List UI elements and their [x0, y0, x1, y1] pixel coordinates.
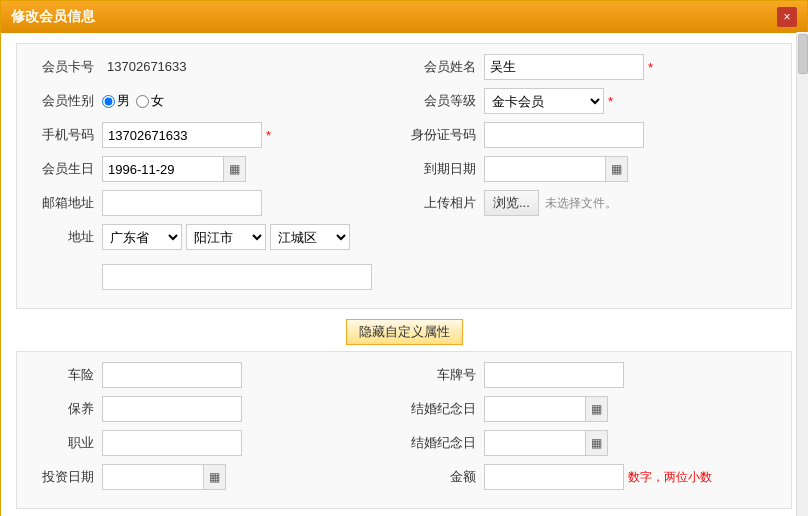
browse-button[interactable]: 浏览...: [484, 190, 539, 216]
city-select[interactable]: 阳江市 广州市 深圳市: [186, 224, 266, 250]
car-insurance-label: 车险: [22, 366, 102, 384]
amount-input[interactable]: [484, 464, 624, 490]
gender-male-radio[interactable]: [102, 95, 115, 108]
title-bar: 修改会员信息 ×: [1, 1, 807, 33]
birthday-label: 会员生日: [22, 160, 102, 178]
gender-male-label: 男: [117, 92, 130, 110]
wedding-date-wrap-2: ▦: [484, 430, 608, 456]
address-detail-input[interactable]: [102, 264, 372, 290]
wedding-anniversary-input[interactable]: [485, 397, 585, 421]
custom-section: 车险 车牌号 保养 结婚纪念日: [16, 351, 792, 509]
idcard-label: 身份证号码: [404, 126, 484, 144]
row-gender-level: 会员性别 男 女 会员等级: [22, 88, 786, 114]
member-name-input[interactable]: [484, 54, 644, 80]
plate-label: 车牌号: [404, 366, 484, 384]
custom-cell-plate: 车牌号: [404, 362, 786, 388]
member-level-select[interactable]: 普通会员 银卡会员 金卡会员 钻石会员: [484, 88, 604, 114]
district-select[interactable]: 江城区 阳东区 阳西县: [270, 224, 350, 250]
cell-name: 会员姓名 *: [404, 54, 786, 80]
cell-idcard: 身份证号码: [404, 122, 786, 148]
wedding-date-wrap-1: ▦: [484, 396, 608, 422]
birthday-input[interactable]: [103, 157, 223, 181]
investment-date-label: 投资日期: [22, 468, 102, 486]
gender-male-option[interactable]: 男: [102, 92, 130, 110]
expire-label: 到期日期: [404, 160, 484, 178]
custom-cell-occupation: 职业: [22, 430, 404, 456]
phone-required-star: *: [266, 128, 271, 143]
row-address: 地址 广东省 北京市 上海市 阳江市 广州市 深圳市: [22, 224, 786, 250]
cell-level: 会员等级 普通会员 银卡会员 金卡会员 钻石会员 *: [404, 88, 786, 114]
custom-cell-investment: 投资日期 ▦: [22, 464, 404, 490]
upload-label: 上传相片: [404, 194, 484, 212]
dialog-content: 会员卡号 13702671633 会员姓名 * 会员性别: [1, 33, 807, 516]
row-card-name: 会员卡号 13702671633 会员姓名 *: [22, 54, 786, 80]
gender-label: 会员性别: [22, 92, 102, 110]
birthday-calendar-icon[interactable]: ▦: [223, 157, 245, 181]
custom-cell-wedding2: 结婚纪念日 ▦: [404, 430, 786, 456]
row-phone-idcard: 手机号码 * 身份证号码: [22, 122, 786, 148]
member-card-value: 13702671633: [102, 54, 192, 80]
gender-female-option[interactable]: 女: [136, 92, 164, 110]
cell-birthday: 会员生日 ▦: [22, 156, 404, 182]
email-input[interactable]: [102, 190, 262, 216]
no-file-text: 未选择文件。: [545, 195, 617, 212]
member-name-label: 会员姓名: [404, 58, 484, 76]
level-required-star: *: [608, 94, 613, 109]
hide-btn-wrap: 隐藏自定义属性: [16, 319, 792, 345]
amount-label: 金额: [404, 468, 484, 486]
investment-date-input[interactable]: [103, 465, 203, 489]
cell-gender: 会员性别 男 女: [22, 92, 404, 110]
gender-radio-group: 男 女: [102, 92, 164, 110]
phone-input[interactable]: [102, 122, 262, 148]
address-label: 地址: [22, 228, 102, 246]
maintenance-label: 保养: [22, 400, 102, 418]
occupation-label: 职业: [22, 434, 102, 452]
dialog-title: 修改会员信息: [11, 8, 95, 26]
wedding-anniversary2-input[interactable]: [485, 431, 585, 455]
province-select[interactable]: 广东省 北京市 上海市: [102, 224, 182, 250]
expire-date-wrap: ▦: [484, 156, 628, 182]
maintenance-input[interactable]: [102, 396, 242, 422]
expire-calendar-icon[interactable]: ▦: [605, 157, 627, 181]
custom-cell-amount: 金额 数字，两位小数: [404, 464, 786, 490]
cell-expire: 到期日期 ▦: [404, 156, 786, 182]
main-form-section: 会员卡号 13702671633 会员姓名 * 会员性别: [16, 43, 792, 309]
custom-row-1: 车险 车牌号: [22, 362, 786, 388]
wedding-calendar-icon-2[interactable]: ▦: [585, 431, 607, 455]
plate-input[interactable]: [484, 362, 624, 388]
cell-photo: 上传相片 浏览... 未选择文件。: [404, 190, 786, 216]
address-dropdowns: 广东省 北京市 上海市 阳江市 广州市 深圳市 江城区: [102, 224, 350, 250]
row-email-photo: 邮箱地址 上传相片 浏览... 未选择文件。: [22, 190, 786, 216]
hide-custom-button[interactable]: 隐藏自定义属性: [346, 319, 463, 345]
scroll-thumb[interactable]: [798, 34, 808, 74]
row-birthday-expire: 会员生日 ▦ 到期日期 ▦: [22, 156, 786, 182]
expire-input[interactable]: [485, 157, 605, 181]
email-label: 邮箱地址: [22, 194, 102, 212]
custom-row-3: 职业 结婚纪念日 ▦: [22, 430, 786, 456]
wedding-anniversary-label: 结婚纪念日: [404, 400, 484, 418]
gender-female-label: 女: [151, 92, 164, 110]
member-card-label: 会员卡号: [22, 58, 102, 76]
wedding-calendar-icon-1[interactable]: ▦: [585, 397, 607, 421]
birthday-date-wrap: ▦: [102, 156, 246, 182]
custom-cell-car-insurance: 车险: [22, 362, 404, 388]
member-level-label: 会员等级: [404, 92, 484, 110]
occupation-input[interactable]: [102, 430, 242, 456]
cell-phone: 手机号码 *: [22, 122, 404, 148]
close-button[interactable]: ×: [777, 7, 797, 27]
amount-hint: 数字，两位小数: [628, 469, 712, 486]
cell-card: 会员卡号 13702671633: [22, 54, 404, 80]
vertical-scrollbar[interactable]: [796, 32, 808, 516]
custom-row-4: 投资日期 ▦ 金额 数字，两位小数: [22, 464, 786, 490]
row-address-detail: [22, 258, 786, 290]
idcard-input[interactable]: [484, 122, 644, 148]
name-required-star: *: [648, 60, 653, 75]
investment-calendar-icon[interactable]: ▦: [203, 465, 225, 489]
custom-cell-wedding1: 结婚纪念日 ▦: [404, 396, 786, 422]
gender-female-radio[interactable]: [136, 95, 149, 108]
car-insurance-input[interactable]: [102, 362, 242, 388]
phone-label: 手机号码: [22, 126, 102, 144]
custom-row-2: 保养 结婚纪念日 ▦: [22, 396, 786, 422]
wedding-anniversary2-label: 结婚纪念日: [404, 434, 484, 452]
cell-address: 地址 广东省 北京市 上海市 阳江市 广州市 深圳市: [22, 224, 786, 250]
